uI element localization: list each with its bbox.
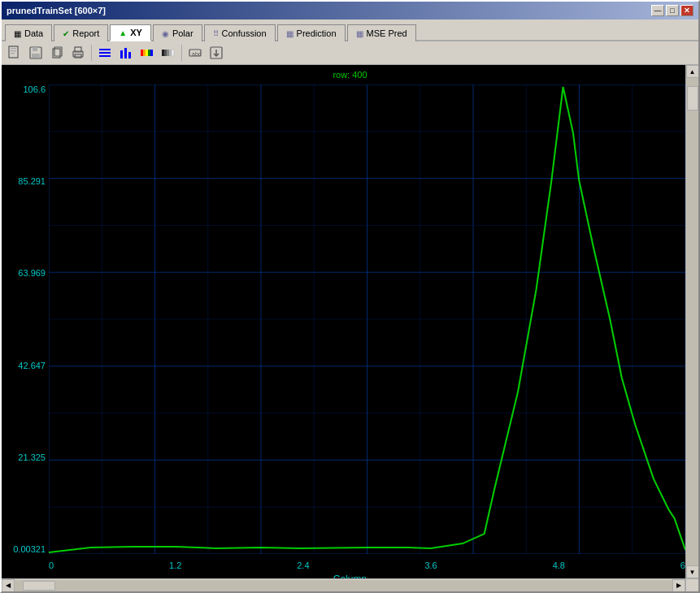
- minimize-button[interactable]: —: [651, 5, 664, 16]
- scroll-thumb-h[interactable]: [23, 581, 55, 591]
- tab-mse-label: MSE Pred: [367, 28, 407, 38]
- tool-lines-button[interactable]: [95, 43, 115, 63]
- xy-tab-icon: ▲: [119, 28, 127, 37]
- tab-bar: ▦ Data ✔ Report ▲ XY ◉ Polar ⠿ Confussio…: [2, 19, 698, 41]
- tool-export-button[interactable]: [207, 43, 226, 63]
- x-label-1: 1.2: [169, 561, 181, 570]
- tab-report[interactable]: ✔ Report: [54, 24, 108, 41]
- x-label-3: 3.6: [424, 561, 437, 570]
- x-label-0: 0: [49, 561, 54, 570]
- y-axis-labels: 106.6 85.291 63.969 42.647 21.325 0.0032…: [5, 84, 49, 554]
- window-title: prunedTrainSet [600×7]: [7, 6, 106, 15]
- svg-rect-3: [11, 53, 15, 54]
- data-tab-icon: ▦: [14, 29, 21, 38]
- svg-rect-5: [33, 47, 37, 51]
- row-label: row: 400: [333, 70, 367, 80]
- y-label-4: 21.325: [18, 452, 46, 462]
- x-axis-labels: 0 1.2 2.4 3.6 4.8 6: [49, 561, 685, 570]
- tool-new-button[interactable]: [5, 43, 24, 63]
- tool-color-button[interactable]: [137, 43, 157, 63]
- svg-rect-1: [11, 48, 16, 50]
- confusion-tab-icon: ⠿: [213, 29, 219, 38]
- scroll-track-v: [686, 78, 699, 565]
- tab-prediction-label: Prediction: [297, 28, 337, 38]
- svg-rect-22: [150, 50, 153, 56]
- tab-confusion[interactable]: ⠿ Confussion: [204, 24, 276, 41]
- svg-rect-19: [143, 50, 146, 56]
- toolbar-separator-2: [181, 45, 182, 61]
- title-bar: prunedTrainSet [600×7] — □ ✕: [2, 2, 698, 19]
- y-label-3: 42.647: [18, 361, 46, 370]
- y-label-2: 63.969: [18, 268, 46, 278]
- title-bar-buttons: — □ ✕: [651, 5, 693, 16]
- tab-confusion-label: Confussion: [222, 28, 267, 38]
- svg-text:abc: abc: [192, 51, 202, 57]
- svg-rect-2: [11, 50, 16, 52]
- scroll-up-button[interactable]: ▲: [686, 65, 699, 78]
- tab-xy[interactable]: ▲ XY: [110, 24, 151, 41]
- close-button[interactable]: ✕: [680, 5, 693, 16]
- svg-rect-16: [124, 48, 127, 58]
- tab-polar[interactable]: ◉ Polar: [153, 24, 202, 41]
- svg-rect-24: [164, 50, 167, 56]
- tool-copy-button[interactable]: [47, 43, 67, 63]
- svg-rect-25: [167, 50, 169, 56]
- svg-rect-6: [32, 54, 40, 58]
- svg-rect-15: [120, 50, 123, 58]
- chart-svg: [49, 84, 685, 554]
- scroll-track-h: [15, 580, 672, 591]
- tab-data-label: Data: [24, 28, 43, 38]
- tab-xy-label: XY: [130, 28, 142, 37]
- toolbar: abc: [2, 41, 698, 65]
- horizontal-scrollbar[interactable]: ◀ ▶: [2, 578, 685, 591]
- svg-rect-23: [162, 50, 164, 56]
- tab-data[interactable]: ▦ Data: [5, 24, 52, 41]
- vertical-scrollbar[interactable]: ▲ ▼: [685, 65, 698, 578]
- svg-rect-27: [172, 50, 174, 56]
- svg-rect-20: [146, 50, 148, 56]
- svg-rect-11: [75, 54, 81, 58]
- report-tab-icon: ✔: [63, 29, 69, 38]
- x-label-4: 4.8: [553, 561, 565, 570]
- scrollbar-corner: [685, 578, 698, 591]
- chart-container: row: 400 106.6 85.291 63.969 42.647 21.3…: [2, 65, 698, 591]
- mse-tab-icon: ▦: [356, 29, 363, 38]
- tab-report-label: Report: [72, 28, 99, 38]
- tab-mse-pred[interactable]: ▦ MSE Pred: [347, 24, 416, 41]
- tab-polar-label: Polar: [172, 28, 193, 38]
- scroll-down-button[interactable]: ▼: [686, 565, 699, 578]
- svg-rect-17: [128, 52, 131, 58]
- svg-rect-21: [148, 50, 150, 56]
- maximize-button[interactable]: □: [666, 5, 679, 16]
- tab-prediction[interactable]: ▦ Prediction: [277, 24, 346, 41]
- tool-gray-button[interactable]: [159, 43, 178, 63]
- tool-save-button[interactable]: [26, 43, 46, 63]
- scroll-right-button[interactable]: ▶: [672, 579, 685, 592]
- prediction-tab-icon: ▦: [286, 29, 293, 38]
- y-label-0: 106.6: [23, 84, 46, 94]
- tool-bars-button[interactable]: [116, 43, 136, 63]
- svg-rect-18: [141, 50, 143, 56]
- main-content: row: 400 106.6 85.291 63.969 42.647 21.3…: [2, 65, 698, 591]
- x-label-2: 2.4: [297, 561, 309, 570]
- tool-label-button[interactable]: abc: [185, 43, 205, 63]
- toolbar-separator-1: [91, 45, 92, 61]
- polar-tab-icon: ◉: [162, 29, 169, 38]
- scroll-thumb-v[interactable]: [687, 86, 698, 110]
- svg-rect-26: [169, 50, 172, 56]
- y-label-1: 85.291: [18, 176, 46, 186]
- main-window: prunedTrainSet [600×7] — □ ✕ ▦ Data ✔ Re…: [0, 0, 700, 593]
- scroll-left-button[interactable]: ◀: [2, 579, 15, 592]
- tool-print-button[interactable]: [68, 43, 88, 63]
- y-label-5: 0.00321: [13, 544, 46, 554]
